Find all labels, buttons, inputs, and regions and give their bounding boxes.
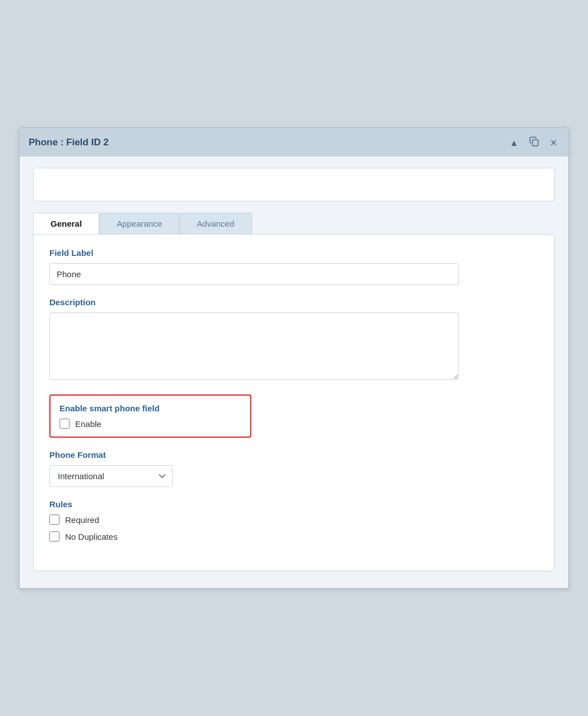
- collapse-button[interactable]: ▲: [507, 136, 521, 149]
- close-icon: ✕: [550, 138, 557, 148]
- phone-format-group: Phone Format International US UK Custom: [49, 450, 539, 487]
- smart-phone-checkbox-label: Enable: [75, 419, 102, 429]
- smart-phone-checkbox[interactable]: [59, 419, 70, 429]
- close-button[interactable]: ✕: [548, 136, 559, 149]
- required-label: Required: [65, 515, 99, 525]
- field-label-group: Field Label: [49, 248, 539, 285]
- copy-icon: [529, 136, 540, 147]
- tab-advanced[interactable]: Advanced: [180, 213, 252, 234]
- dialog-controls: ▲ ✕: [507, 135, 559, 150]
- tab-appearance[interactable]: Appearance: [99, 213, 180, 234]
- tab-bar: General Appearance Advanced: [33, 213, 555, 234]
- dialog-header: Phone : Field ID 2 ▲ ✕: [20, 128, 568, 157]
- tab-general[interactable]: General: [33, 213, 99, 234]
- smart-phone-section: Enable smart phone field Enable: [49, 394, 251, 438]
- rules-heading: Rules: [49, 499, 539, 509]
- smart-phone-enable-row: Enable: [59, 419, 241, 429]
- field-label-heading: Field Label: [49, 248, 539, 258]
- dialog-body: General Appearance Advanced Field Label …: [20, 157, 568, 588]
- field-label-input[interactable]: [49, 263, 459, 285]
- phone-format-select[interactable]: International US UK Custom: [49, 465, 173, 487]
- smart-phone-heading: Enable smart phone field: [59, 403, 241, 413]
- phone-format-heading: Phone Format: [49, 450, 539, 460]
- tab-content-general: Field Label Description Enable smart pho…: [33, 234, 555, 571]
- required-checkbox[interactable]: [49, 515, 59, 525]
- required-row: Required: [49, 515, 539, 525]
- dialog-title: Phone : Field ID 2: [29, 137, 109, 148]
- collapse-icon: ▲: [509, 138, 518, 148]
- copy-button[interactable]: [526, 135, 542, 150]
- field-preview: [33, 168, 555, 201]
- no-duplicates-row: No Duplicates: [49, 531, 539, 541]
- description-group: Description: [49, 297, 539, 382]
- svg-rect-0: [532, 140, 538, 146]
- description-textarea[interactable]: [49, 313, 459, 380]
- rules-group: Rules Required No Duplicates: [49, 499, 539, 541]
- no-duplicates-checkbox[interactable]: [49, 531, 59, 541]
- dialog: Phone : Field ID 2 ▲ ✕ General Appear: [19, 127, 569, 589]
- description-heading: Description: [49, 297, 539, 307]
- no-duplicates-label: No Duplicates: [65, 532, 117, 541]
